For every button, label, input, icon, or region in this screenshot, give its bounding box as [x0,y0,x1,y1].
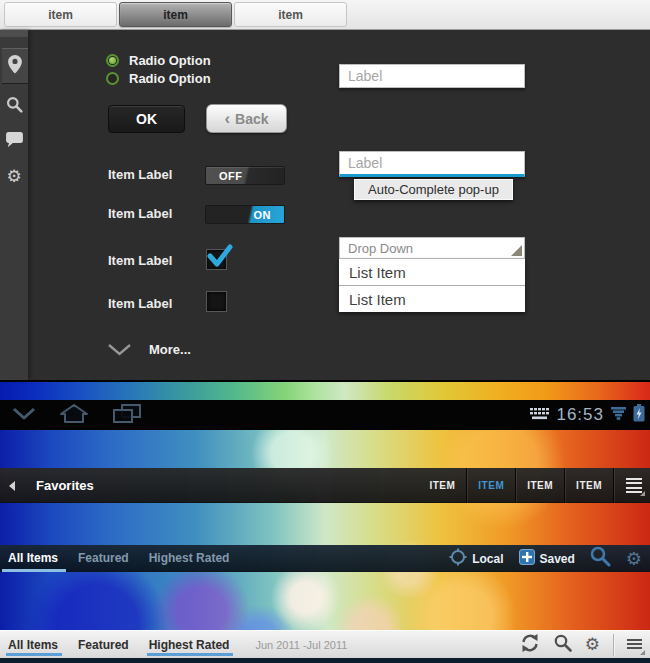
toggle-off[interactable]: OFF [205,166,285,185]
autocomplete-popup[interactable]: Auto-Complete pop-up [354,179,513,200]
nav-buttons [12,400,142,430]
search-icon [6,99,23,116]
sidebar-item-search[interactable] [0,96,28,117]
bottom-tabs: All Items Featured Highest Rated Jun 201… [8,631,347,659]
refresh-icon[interactable] [519,633,541,657]
back-button-label: Back [235,111,268,127]
bottom-actions: ⚙ [519,631,642,659]
back-nav-icon[interactable] [12,406,36,424]
item-label: Item Label [108,296,172,311]
bottom-bar: All Items Featured Highest Rated Jun 201… [0,630,650,658]
gear-icon: ⚙ [6,168,21,186]
clock[interactable]: 16:53 [556,405,604,425]
back-chevron-icon[interactable] [9,481,15,491]
gear-icon[interactable]: ⚙ [585,636,600,654]
dropdown-list: List Item List Item [339,259,525,312]
tab-label: All Items [8,551,58,565]
home-icon[interactable] [58,403,90,428]
radio-unselected-icon[interactable] [106,72,119,85]
local-label: Local [472,552,503,566]
ok-button[interactable]: OK [108,105,185,133]
checkmark-icon [206,243,233,268]
bottom-navy-strip [0,658,650,663]
filter-tabs: All Items Featured Highest Rated [8,545,229,572]
add-saved-icon [519,549,535,569]
ui-kit-panel: ⚙ Radio Option Radio Option OK ‹ Back It… [0,30,650,380]
radio-option-2[interactable]: Radio Option [106,70,211,86]
saved-label: Saved [540,552,575,566]
tab-underline [6,653,62,656]
filter-actions: Local Saved ⚙ [449,545,642,572]
tab-highest-rated[interactable]: Highest Rated [149,545,230,572]
divider [613,634,614,656]
location-pin-icon [8,55,22,78]
list-item[interactable]: List Item [339,259,525,285]
recent-apps-icon[interactable] [112,403,142,428]
chevron-down-icon[interactable] [107,343,132,361]
keyboard-icon[interactable] [530,406,549,424]
sidebar-item-chat[interactable] [0,132,28,152]
local-button[interactable]: Local [449,548,503,570]
tab-underline [147,653,234,656]
gear-icon[interactable]: ⚙ [626,549,642,569]
signal-icon [611,406,626,424]
filter-bar: All Items Featured Highest Rated Local [0,545,650,572]
sidebar: ⚙ [0,30,28,380]
screen: item item item ⚙ [0,0,650,663]
toggle-off-label: OFF [219,167,243,185]
menu-icon[interactable] [627,639,642,652]
dropdown-corner-icon [511,245,522,256]
dropdown-value: Drop Down [348,241,413,256]
sidebar-top-block [0,30,28,37]
tab-item-3[interactable]: item [234,2,347,27]
selected-tab-underline [2,569,66,572]
tab-item-1[interactable]: item [4,2,117,27]
actionbar-item-3[interactable]: ITEM [516,468,564,503]
checkbox-unchecked[interactable] [206,291,227,312]
page-title: Favorites [36,468,94,503]
tab-label: Highest Rated [149,638,230,652]
sidebar-item-settings[interactable]: ⚙ [0,168,28,186]
saved-button[interactable]: Saved [519,549,575,569]
status-bar: 16:53 [0,400,650,430]
radio-option-label: Radio Option [129,53,211,68]
actionbar-item-2-selected[interactable]: ITEM [467,468,515,503]
search-icon[interactable] [590,546,611,571]
rainbow-strip [0,380,650,400]
tab-label: All Items [8,638,58,652]
divider [613,468,614,503]
actionbar-item-1[interactable]: ITEM [418,468,466,503]
battery-icon [633,404,645,426]
toggle-on[interactable]: ON [205,205,285,224]
sidebar-item-location[interactable] [2,48,28,84]
list-item[interactable]: List Item [339,285,525,312]
tab-highest-rated[interactable]: Highest Rated [149,631,230,659]
status-icons: 16:53 [530,400,645,430]
checkbox-checked[interactable] [206,249,227,270]
wallpaper: Favorites ITEM ITEM ITEM ITEM All Items [0,430,650,663]
tab-all-items[interactable]: All Items [8,545,58,572]
chat-bubble-icon [6,134,23,151]
actionbar-item-4[interactable]: ITEM [565,468,613,503]
chevron-left-icon: ‹ [224,112,230,126]
label-input-focused[interactable] [339,151,525,177]
radio-option-label: Radio Option [129,71,211,86]
tab-featured[interactable]: Featured [78,545,129,572]
item-label: Item Label [108,167,172,182]
dropdown[interactable]: Drop Down [339,237,525,259]
more-label[interactable]: More... [149,342,191,357]
menu-icon[interactable] [626,478,642,493]
radio-selected-icon[interactable] [106,54,119,67]
back-button[interactable]: ‹ Back [206,104,287,133]
action-bar: Favorites ITEM ITEM ITEM ITEM [0,468,650,503]
action-bar-items: ITEM ITEM ITEM ITEM [418,468,642,503]
item-label: Item Label [108,253,172,268]
top-tab-bar: item item item [0,0,650,30]
item-label: Item Label [108,206,172,221]
label-input[interactable] [339,64,525,88]
radio-option-1[interactable]: Radio Option [106,52,211,68]
tab-item-2-selected[interactable]: item [119,2,232,27]
tab-all-items[interactable]: All Items [8,631,58,659]
search-icon[interactable] [554,634,572,656]
tab-featured[interactable]: Featured [78,631,129,659]
